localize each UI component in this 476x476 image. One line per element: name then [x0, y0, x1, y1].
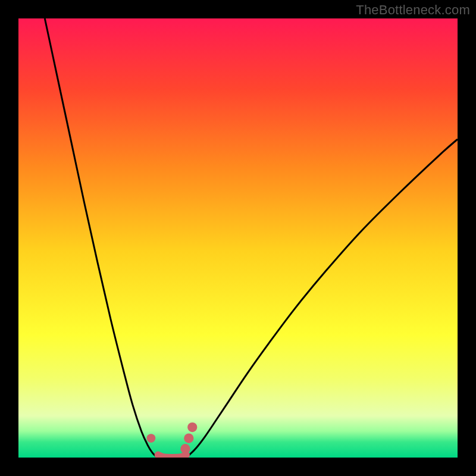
chart-svg	[18, 18, 458, 458]
series-floor-segment	[158, 455, 186, 458]
marker-dot-right-2	[184, 433, 193, 443]
marker-dot-left	[147, 434, 156, 443]
plot-background	[18, 18, 458, 458]
marker-dot-right-1	[180, 444, 190, 453]
watermark-text: TheBottleneck.com	[356, 2, 470, 18]
marker-dot-right-3	[187, 422, 197, 432]
chart-stage: TheBottleneck.com	[0, 0, 476, 476]
